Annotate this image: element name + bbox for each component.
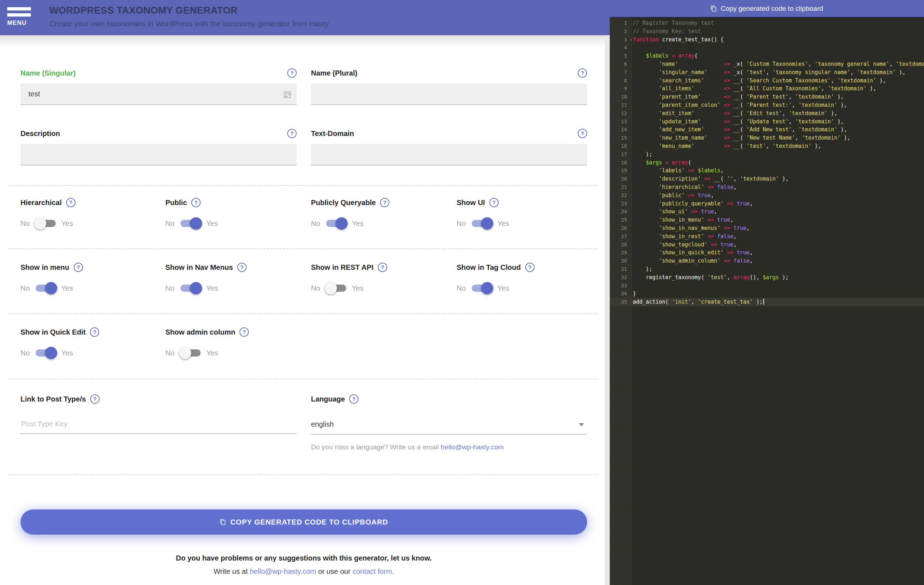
- name-singular-input[interactable]: [20, 83, 297, 105]
- yes-label: Yes: [61, 349, 73, 357]
- no-label: No: [165, 349, 175, 357]
- menu-button[interactable]: MENU: [7, 7, 36, 26]
- toggle-hierarchical: Hierarchical NoYes: [20, 197, 165, 230]
- field-name-singular: Name (Singular): [20, 68, 297, 105]
- generated-code-panel: Copy generated code to clipboard 1// Reg…: [610, 0, 924, 585]
- no-label: No: [20, 220, 30, 228]
- toggle-switch[interactable]: [326, 217, 346, 230]
- help-icon[interactable]: [287, 129, 297, 138]
- link-post-types-label: Link to Post Type/s: [20, 395, 86, 403]
- help-icon[interactable]: [237, 263, 247, 272]
- toggle-row-c: Show in Quick Edit NoYes Show admin colu…: [20, 327, 587, 359]
- code-line: 19 'labels' => $labels,: [610, 167, 924, 175]
- code-line: 20 'description' => __( '', 'textdomain'…: [610, 175, 924, 183]
- toggle-show-in-rest-api: Show in REST API NoYes: [311, 262, 457, 294]
- code-line: 12 'edit_item' => __( 'Edit test', 'text…: [610, 109, 924, 117]
- code-line: 14 'add_new_item' => __( 'Add New test',…: [610, 126, 924, 134]
- help-icon[interactable]: [239, 327, 249, 337]
- help-icon[interactable]: [578, 129, 587, 138]
- code-line: 7 'singular_name' => _x( 'test', 'taxono…: [610, 68, 924, 77]
- app-header: MENU WORDPRESS TAXONOMY GENERATOR Create…: [0, 0, 610, 35]
- code-line: 4: [610, 43, 924, 52]
- toggle-label: Hierarchical: [20, 198, 62, 207]
- yes-label: Yes: [61, 220, 73, 228]
- panel-divider: [605, 35, 610, 585]
- code-line: 18 $args = array(: [610, 159, 924, 167]
- code-line: 35add_action( 'init', 'create_test_tax' …: [610, 298, 924, 306]
- toggle-label: Public: [165, 198, 187, 207]
- code-line: 13 'update_item' => __( 'Update test', '…: [610, 117, 924, 126]
- name-plural-label: Name (Plural): [311, 69, 357, 78]
- code-line: 6 'name' => _x( 'Custom Taxonomies', 'ta…: [610, 60, 924, 68]
- post-type-key-input[interactable]: [20, 415, 297, 434]
- divider: [8, 313, 598, 314]
- footer-email-link[interactable]: hello@wp-hasty.com: [250, 567, 316, 575]
- language-selected-value: english: [311, 420, 334, 428]
- code-line: 1// Register Taxonomy test: [610, 19, 924, 27]
- toggle-switch[interactable]: [180, 217, 201, 230]
- yes-label: Yes: [498, 284, 510, 292]
- toggle-label: Show in Quick Edit: [20, 328, 86, 336]
- wordpress-taxonomy-generator-app: MENU WORDPRESS TAXONOMY GENERATOR Create…: [0, 0, 924, 585]
- page-title: WORDPRESS TAXONOMY GENERATOR: [49, 5, 238, 16]
- text-domain-input[interactable]: [311, 144, 587, 165]
- toggle-switch[interactable]: [472, 282, 492, 294]
- toggle-switch[interactable]: [472, 217, 492, 230]
- copy-code-button[interactable]: COPY GENERATED CODE TO CLIPBOARD: [20, 509, 587, 535]
- footer-text: Write us at: [214, 567, 250, 575]
- text-domain-label: Text-Domain: [311, 129, 354, 138]
- divider: [8, 185, 598, 186]
- help-icon[interactable]: [349, 394, 358, 404]
- toggle-label: Show in menu: [20, 263, 69, 272]
- code-line: 28 'show_tagcloud' => true,: [610, 241, 924, 249]
- copy-code-button-label: COPY GENERATED CODE TO CLIPBOARD: [231, 518, 388, 526]
- help-icon[interactable]: [378, 263, 387, 272]
- help-icon[interactable]: [525, 263, 535, 272]
- code-editor[interactable]: 1// Register Taxonomy test2// Taxonomy K…: [610, 19, 924, 306]
- contact-autofill-icon[interactable]: [283, 90, 292, 99]
- copy-icon: [219, 519, 226, 525]
- yes-label: Yes: [61, 284, 73, 292]
- helper-email-link[interactable]: hello@wp-hasty.com: [441, 443, 504, 451]
- name-plural-input[interactable]: [311, 83, 587, 105]
- help-icon[interactable]: [74, 263, 83, 272]
- footer-contact-form-link[interactable]: contact form.: [352, 567, 394, 575]
- help-icon[interactable]: [287, 68, 297, 78]
- code-line: 5 $labels = array(: [610, 52, 924, 60]
- language-helper: Do you miss a language? Write us a email…: [311, 443, 587, 451]
- code-line: 25 'show_in_menu' => true,: [610, 216, 924, 224]
- copy-generated-code-label: Copy generated code to clipboard: [721, 5, 823, 13]
- code-line: 30 'show_admin_column' => false,: [610, 257, 924, 265]
- fold-arrow-icon[interactable]: ▼: [630, 36, 632, 44]
- language-select[interactable]: english: [311, 415, 587, 435]
- help-icon[interactable]: [578, 68, 587, 78]
- copy-generated-code-button[interactable]: Copy generated code to clipboard: [610, 0, 924, 17]
- help-icon[interactable]: [489, 198, 499, 207]
- field-language: Language english Do you miss a language?…: [311, 393, 587, 451]
- code-line: 29 'show_in_quick_edit' => true,: [610, 249, 924, 257]
- description-input[interactable]: [20, 144, 297, 165]
- code-line: 11 'parent_item_colon' => __( 'Parent te…: [610, 101, 924, 109]
- language-label: Language: [311, 395, 345, 403]
- no-label: No: [457, 220, 466, 228]
- divider: [8, 378, 598, 380]
- toggle-switch[interactable]: [36, 282, 56, 294]
- yes-label: Yes: [206, 349, 218, 357]
- help-icon[interactable]: [380, 198, 389, 207]
- field-name-plural: Name (Plural): [311, 68, 587, 105]
- help-icon[interactable]: [66, 198, 76, 207]
- help-icon[interactable]: [191, 198, 201, 207]
- yes-label: Yes: [352, 220, 364, 228]
- toggle-switch[interactable]: [326, 282, 346, 294]
- no-label: No: [165, 220, 175, 228]
- toggle-label: Publicly Queryable: [311, 198, 376, 207]
- header-shadow: [0, 35, 605, 48]
- toggle-switch[interactable]: [36, 217, 56, 230]
- toggle-switch[interactable]: [180, 282, 201, 294]
- help-icon[interactable]: [90, 327, 99, 337]
- toggle-switch[interactable]: [180, 347, 201, 359]
- menu-icon: [7, 7, 31, 10]
- toggle-switch[interactable]: [36, 347, 56, 359]
- code-line: 22 'public' => true,: [610, 192, 924, 200]
- help-icon[interactable]: [90, 394, 100, 404]
